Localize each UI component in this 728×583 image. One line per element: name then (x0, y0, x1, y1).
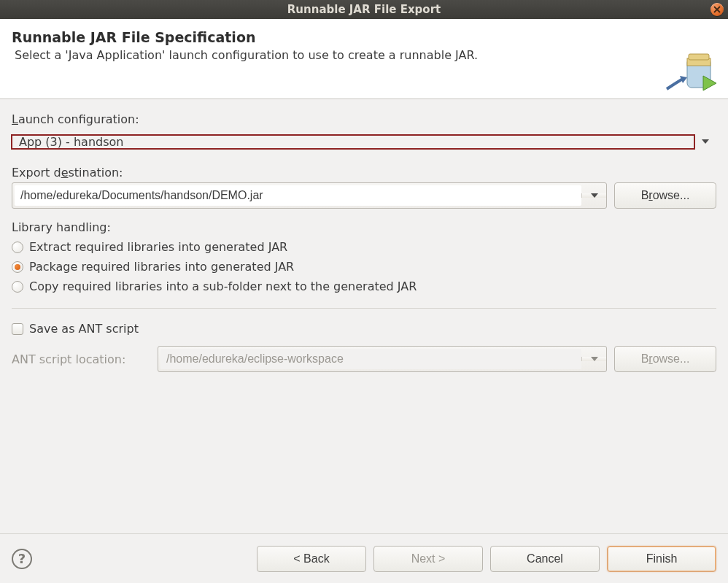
window-title: Runnable JAR File Export (0, 3, 728, 16)
radio-icon (12, 242, 23, 253)
finish-button[interactable]: Finish (607, 546, 716, 572)
divider (12, 308, 716, 309)
save-ant-label: Save as ANT script (29, 322, 139, 336)
browse-ant-button: Browse... (614, 346, 716, 372)
library-option-label: Extract required libraries into generate… (29, 240, 287, 254)
svg-rect-4 (689, 54, 709, 60)
export-destination-label: Export destination: (12, 166, 716, 179)
wizard-button-bar: ? < Back Next > Cancel Finish (0, 533, 728, 583)
chevron-down-icon[interactable] (581, 193, 606, 198)
library-option-label: Package required libraries into generate… (29, 260, 294, 274)
help-icon[interactable]: ? (12, 549, 32, 569)
export-destination-input[interactable] (15, 185, 581, 206)
ant-location-combo (158, 346, 607, 372)
browse-destination-button[interactable]: Browse... (614, 182, 716, 209)
library-option-package[interactable]: Package required libraries into generate… (12, 257, 716, 277)
launch-config-value: App (3) - handson (12, 135, 694, 149)
library-handling-group: Extract required libraries into generate… (12, 237, 716, 296)
page-subtitle: Select a 'Java Application' launch confi… (15, 48, 716, 62)
back-button[interactable]: < Back (257, 546, 366, 572)
chevron-down-icon (581, 357, 606, 361)
ant-location-input (160, 349, 581, 369)
library-handling-label: Library handling: (12, 220, 716, 234)
library-option-copy[interactable]: Copy required libraries into a sub-folde… (12, 277, 716, 296)
page-title: Runnable JAR File Specification (12, 29, 716, 45)
next-button: Next > (373, 546, 483, 572)
titlebar: Runnable JAR File Export (0, 0, 728, 19)
cancel-button[interactable]: Cancel (490, 546, 600, 572)
library-option-label: Copy required libraries into a sub-folde… (29, 279, 417, 293)
wizard-content: Launch configuration: App (3) - handson … (0, 99, 728, 372)
radio-icon (12, 261, 23, 273)
launch-config-label: Launch configuration: (12, 112, 716, 126)
ant-location-label: ANT script location: (12, 352, 150, 366)
checkbox-icon (12, 323, 23, 335)
export-destination-combo[interactable] (12, 182, 607, 209)
library-option-extract[interactable]: Extract required libraries into generate… (12, 237, 716, 257)
chevron-down-icon (694, 139, 716, 144)
launch-config-combo[interactable]: App (3) - handson (12, 129, 716, 154)
close-icon[interactable] (710, 3, 724, 16)
wizard-banner: Runnable JAR File Specification Select a… (0, 19, 728, 99)
save-ant-checkbox[interactable]: Save as ANT script (12, 319, 716, 339)
jar-export-icon (662, 41, 721, 99)
radio-icon (12, 281, 23, 293)
